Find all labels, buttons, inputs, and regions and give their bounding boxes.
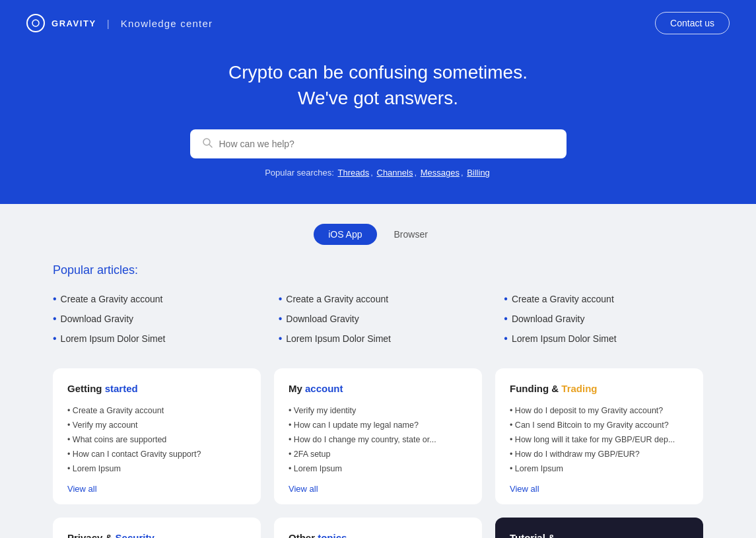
list-item[interactable]: Lorem Ipsum — [67, 461, 246, 476]
search-input[interactable] — [219, 139, 555, 149]
list-item[interactable]: Verify my identity — [289, 403, 467, 418]
view-all-funding-trading[interactable]: View all — [510, 484, 689, 494]
articles-col-2: Create a Gravity account Download Gravit… — [279, 289, 478, 349]
list-item[interactable]: Can I send Bitcoin to my Gravity account… — [510, 418, 689, 432]
card-list-my-account: Verify my identity How can I update my l… — [289, 403, 467, 476]
list-item[interactable]: Lorem Ipsum Dolor Simet — [53, 329, 252, 349]
contact-us-button[interactable]: Contact us — [655, 12, 730, 34]
svg-point-0 — [32, 20, 39, 26]
list-item[interactable]: What coins are supported — [67, 432, 246, 447]
card-other-topics: Other topics How can I ensure my Gravity… — [274, 518, 482, 538]
list-item[interactable]: How can I update my legal name? — [289, 418, 467, 432]
list-item[interactable]: Lorem Ipsum — [289, 461, 467, 476]
list-item[interactable]: Download Gravity — [53, 309, 252, 329]
card-title-highlight: Trading — [561, 383, 597, 394]
tabs-container: iOS App Browser — [53, 224, 703, 245]
list-item[interactable]: Create a Gravity account — [53, 289, 252, 309]
card-privacy-security: Privacy & Security How can I ensure my G… — [53, 518, 261, 538]
articles-col-1: Create a Gravity account Download Gravit… — [53, 289, 252, 349]
logo-area: GRAVITY | Knowledge center — [26, 14, 213, 32]
popular-search-threads[interactable]: Threads — [338, 168, 370, 178]
cards-grid: Getting started Create a Gravity account… — [53, 368, 703, 538]
articles-grid: Create a Gravity account Download Gravit… — [53, 289, 703, 349]
popular-search-channels[interactable]: Channels — [377, 168, 413, 178]
logo-separator: | — [107, 18, 110, 29]
hero-section: Crypto can be confusing sometimes. We've… — [26, 46, 730, 129]
card-list-getting-started: Create a Gravity account Verify my accou… — [67, 403, 246, 476]
logo-text: GRAVITY — [52, 18, 96, 28]
list-item[interactable]: How do I withdraw my GBP/EUR? — [510, 447, 689, 461]
list-item[interactable]: Lorem Ipsum Dolor Simet — [279, 329, 478, 349]
card-title-funding-trading: Funding & Trading — [510, 383, 689, 394]
card-title-highlight: Security — [116, 532, 155, 538]
card-title-highlight: topics — [318, 532, 347, 538]
tab-browser[interactable]: Browser — [380, 224, 442, 245]
popular-searches-label: Popular searches: — [265, 168, 334, 178]
card-title-highlight: started — [105, 383, 138, 394]
list-item[interactable]: Download Gravity — [504, 309, 703, 329]
list-item[interactable]: How do I deposit to my Gravity account? — [510, 403, 689, 418]
list-item[interactable]: Create a Gravity account — [67, 403, 246, 418]
card-list-funding-trading: How do I deposit to my Gravity account? … — [510, 403, 689, 476]
card-title-privacy-security: Privacy & Security — [67, 532, 246, 538]
card-tutorial-support[interactable]: Tutorial & Customer Support — [495, 518, 703, 538]
list-item[interactable]: Download Gravity — [279, 309, 478, 329]
card-title-my-account: My account — [289, 383, 467, 394]
list-item[interactable]: Verify my account — [67, 418, 246, 432]
hero-headline-line2: We've got answers. — [298, 88, 458, 108]
list-item[interactable]: How can I contact Gravity support? — [67, 447, 246, 461]
popular-search-messages[interactable]: Messages — [421, 168, 460, 178]
tutorial-card-title: Tutorial & Customer Support — [510, 532, 689, 538]
search-icon — [202, 137, 213, 151]
knowledge-center-label: Knowledge center — [121, 18, 213, 29]
popular-searches: Popular searches: Threads, Channels, Mes… — [26, 168, 730, 178]
popular-search-billing[interactable]: Billing — [467, 168, 490, 178]
list-item[interactable]: 2FA setup — [289, 447, 467, 461]
card-funding-trading: Funding & Trading How do I deposit to my… — [495, 368, 703, 504]
view-all-my-account[interactable]: View all — [289, 484, 467, 494]
articles-col-3: Create a Gravity account Download Gravit… — [504, 289, 703, 349]
list-item[interactable]: How do I change my country, state or... — [289, 432, 467, 447]
tab-ios-app[interactable]: iOS App — [314, 224, 376, 245]
view-all-getting-started[interactable]: View all — [67, 484, 246, 494]
card-getting-started: Getting started Create a Gravity account… — [53, 368, 261, 504]
card-title-highlight: account — [305, 383, 343, 394]
list-item[interactable]: Create a Gravity account — [504, 289, 703, 309]
list-item[interactable]: Create a Gravity account — [279, 289, 478, 309]
card-title-other-topics: Other topics — [289, 532, 467, 538]
list-item[interactable]: Lorem Ipsum Dolor Simet — [504, 329, 703, 349]
popular-articles-section: Popular articles: Create a Gravity accou… — [53, 263, 703, 349]
list-item[interactable]: How long will it take for my GBP/EUR dep… — [510, 432, 689, 447]
logo-icon — [26, 14, 45, 32]
search-bar — [190, 129, 567, 158]
hero-headline-line1: Crypto can be confusing sometimes. — [228, 62, 528, 83]
popular-articles-title: Popular articles: — [53, 263, 703, 277]
list-item[interactable]: Lorem Ipsum — [510, 461, 689, 476]
card-my-account: My account Verify my identity How can I … — [274, 368, 482, 504]
card-title-getting-started: Getting started — [67, 383, 246, 394]
svg-line-2 — [209, 145, 212, 147]
